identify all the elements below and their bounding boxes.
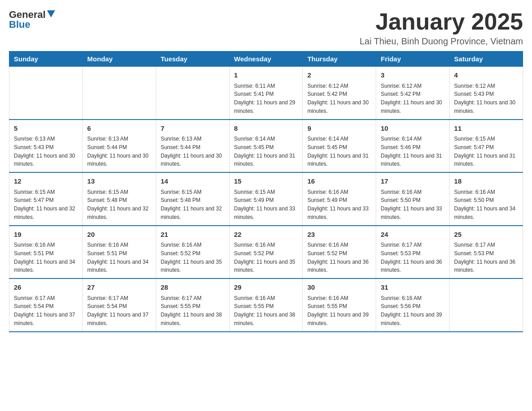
day-info: Sunrise: 6:14 AMSunset: 5:45 PMDaylight:… bbox=[234, 136, 296, 167]
calendar-cell: 25Sunrise: 6:17 AMSunset: 5:53 PMDayligh… bbox=[450, 226, 523, 279]
calendar-table: SundayMondayTuesdayWednesdayThursdayFrid… bbox=[9, 51, 523, 332]
day-number: 18 bbox=[454, 176, 518, 187]
svg-marker-0 bbox=[47, 10, 55, 17]
day-info: Sunrise: 6:14 AMSunset: 5:45 PMDaylight:… bbox=[307, 136, 369, 167]
calendar-week-5: 26Sunrise: 6:17 AMSunset: 5:54 PMDayligh… bbox=[9, 278, 523, 332]
day-number: 13 bbox=[87, 176, 151, 187]
day-number: 19 bbox=[14, 230, 78, 240]
day-info: Sunrise: 6:15 AMSunset: 5:47 PMDaylight:… bbox=[14, 189, 75, 220]
calendar-cell bbox=[82, 67, 156, 120]
day-number: 17 bbox=[381, 176, 445, 187]
day-number: 15 bbox=[234, 176, 298, 187]
calendar-cell: 7Sunrise: 6:13 AMSunset: 5:44 PMDaylight… bbox=[156, 120, 229, 173]
calendar-cell: 29Sunrise: 6:16 AMSunset: 5:55 PMDayligh… bbox=[229, 278, 303, 332]
day-number: 21 bbox=[161, 230, 225, 240]
day-number: 25 bbox=[454, 230, 518, 240]
calendar-cell: 1Sunrise: 6:11 AMSunset: 5:41 PMDaylight… bbox=[229, 67, 303, 120]
calendar-week-3: 12Sunrise: 6:15 AMSunset: 5:47 PMDayligh… bbox=[9, 172, 523, 226]
day-number: 7 bbox=[161, 124, 225, 134]
day-info: Sunrise: 6:17 AMSunset: 5:53 PMDaylight:… bbox=[454, 242, 515, 273]
header-cell-wednesday: Wednesday bbox=[229, 51, 303, 67]
calendar-cell: 19Sunrise: 6:16 AMSunset: 5:51 PMDayligh… bbox=[9, 226, 83, 279]
day-number: 6 bbox=[87, 124, 151, 134]
day-info: Sunrise: 6:14 AMSunset: 5:46 PMDaylight:… bbox=[381, 136, 442, 167]
calendar-cell: 2Sunrise: 6:12 AMSunset: 5:42 PMDaylight… bbox=[303, 67, 376, 120]
calendar-cell: 10Sunrise: 6:14 AMSunset: 5:46 PMDayligh… bbox=[376, 120, 450, 173]
day-number: 24 bbox=[381, 230, 445, 240]
calendar-cell bbox=[450, 278, 523, 332]
day-number: 22 bbox=[234, 230, 298, 240]
calendar-cell: 27Sunrise: 6:17 AMSunset: 5:54 PMDayligh… bbox=[82, 278, 156, 332]
day-info: Sunrise: 6:13 AMSunset: 5:44 PMDaylight:… bbox=[161, 136, 222, 167]
day-info: Sunrise: 6:16 AMSunset: 5:52 PMDaylight:… bbox=[234, 242, 296, 273]
day-number: 12 bbox=[14, 176, 78, 187]
calendar-cell: 22Sunrise: 6:16 AMSunset: 5:52 PMDayligh… bbox=[229, 226, 303, 279]
day-info: Sunrise: 6:16 AMSunset: 5:50 PMDaylight:… bbox=[381, 189, 442, 220]
day-number: 10 bbox=[381, 124, 445, 134]
day-number: 14 bbox=[161, 176, 225, 187]
calendar-cell: 5Sunrise: 6:13 AMSunset: 5:43 PMDaylight… bbox=[9, 120, 83, 173]
day-info: Sunrise: 6:12 AMSunset: 5:43 PMDaylight:… bbox=[454, 83, 515, 114]
day-info: Sunrise: 6:17 AMSunset: 5:54 PMDaylight:… bbox=[87, 295, 149, 326]
day-number: 4 bbox=[454, 70, 518, 81]
calendar-cell: 24Sunrise: 6:17 AMSunset: 5:53 PMDayligh… bbox=[376, 226, 450, 279]
header-cell-thursday: Thursday bbox=[303, 51, 376, 67]
day-info: Sunrise: 6:16 AMSunset: 5:52 PMDaylight:… bbox=[307, 242, 369, 273]
day-info: Sunrise: 6:16 AMSunset: 5:49 PMDaylight:… bbox=[307, 189, 369, 220]
day-number: 8 bbox=[234, 124, 298, 134]
logo-arrow-icon bbox=[47, 10, 55, 18]
calendar-cell: 8Sunrise: 6:14 AMSunset: 5:45 PMDaylight… bbox=[229, 120, 303, 173]
calendar-week-4: 19Sunrise: 6:16 AMSunset: 5:51 PMDayligh… bbox=[9, 226, 523, 279]
calendar-cell bbox=[156, 67, 229, 120]
calendar-cell: 18Sunrise: 6:16 AMSunset: 5:50 PMDayligh… bbox=[450, 172, 523, 226]
calendar-cell: 9Sunrise: 6:14 AMSunset: 5:45 PMDaylight… bbox=[303, 120, 376, 173]
day-info: Sunrise: 6:15 AMSunset: 5:49 PMDaylight:… bbox=[234, 189, 296, 220]
day-number: 31 bbox=[381, 283, 445, 293]
header-cell-sunday: Sunday bbox=[9, 51, 83, 67]
day-number: 11 bbox=[454, 124, 518, 134]
day-number: 9 bbox=[307, 124, 371, 134]
calendar-cell: 28Sunrise: 6:17 AMSunset: 5:55 PMDayligh… bbox=[156, 278, 229, 332]
calendar-body: 1Sunrise: 6:11 AMSunset: 5:41 PMDaylight… bbox=[9, 67, 523, 332]
calendar-cell: 26Sunrise: 6:17 AMSunset: 5:54 PMDayligh… bbox=[9, 278, 83, 332]
calendar-cell: 15Sunrise: 6:15 AMSunset: 5:49 PMDayligh… bbox=[229, 172, 303, 226]
day-number: 2 bbox=[307, 70, 371, 81]
calendar-cell: 21Sunrise: 6:16 AMSunset: 5:52 PMDayligh… bbox=[156, 226, 229, 279]
day-info: Sunrise: 6:16 AMSunset: 5:52 PMDaylight:… bbox=[161, 242, 222, 273]
page-header: General Blue January 2025 Lai Thieu, Bin… bbox=[9, 9, 523, 47]
day-info: Sunrise: 6:11 AMSunset: 5:41 PMDaylight:… bbox=[234, 83, 296, 114]
calendar-cell: 14Sunrise: 6:15 AMSunset: 5:48 PMDayligh… bbox=[156, 172, 229, 226]
day-number: 28 bbox=[161, 283, 225, 293]
subtitle: Lai Thieu, Binh Duong Province, Vietnam bbox=[360, 36, 523, 47]
calendar-week-2: 5Sunrise: 6:13 AMSunset: 5:43 PMDaylight… bbox=[9, 120, 523, 173]
calendar-cell: 6Sunrise: 6:13 AMSunset: 5:44 PMDaylight… bbox=[82, 120, 156, 173]
day-number: 23 bbox=[307, 230, 371, 240]
calendar-cell bbox=[9, 67, 83, 120]
day-number: 3 bbox=[381, 70, 445, 81]
calendar-cell: 13Sunrise: 6:15 AMSunset: 5:48 PMDayligh… bbox=[82, 172, 156, 226]
day-info: Sunrise: 6:17 AMSunset: 5:53 PMDaylight:… bbox=[381, 242, 442, 273]
day-number: 30 bbox=[307, 283, 371, 293]
calendar-cell: 11Sunrise: 6:15 AMSunset: 5:47 PMDayligh… bbox=[450, 120, 523, 173]
day-number: 26 bbox=[14, 283, 78, 293]
day-info: Sunrise: 6:16 AMSunset: 5:51 PMDaylight:… bbox=[87, 242, 149, 273]
calendar-week-1: 1Sunrise: 6:11 AMSunset: 5:41 PMDaylight… bbox=[9, 67, 523, 120]
day-info: Sunrise: 6:13 AMSunset: 5:44 PMDaylight:… bbox=[87, 136, 149, 167]
calendar-cell: 17Sunrise: 6:16 AMSunset: 5:50 PMDayligh… bbox=[376, 172, 450, 226]
day-number: 5 bbox=[14, 124, 78, 134]
header-row: SundayMondayTuesdayWednesdayThursdayFrid… bbox=[9, 51, 523, 67]
logo: General Blue bbox=[9, 9, 55, 30]
header-cell-tuesday: Tuesday bbox=[156, 51, 229, 67]
title-block: January 2025 Lai Thieu, Binh Duong Provi… bbox=[360, 9, 523, 47]
calendar-cell: 3Sunrise: 6:12 AMSunset: 5:42 PMDaylight… bbox=[376, 67, 450, 120]
calendar-cell: 31Sunrise: 6:16 AMSunset: 5:56 PMDayligh… bbox=[376, 278, 450, 332]
day-number: 1 bbox=[234, 70, 298, 81]
day-info: Sunrise: 6:12 AMSunset: 5:42 PMDaylight:… bbox=[381, 83, 442, 114]
calendar-cell: 23Sunrise: 6:16 AMSunset: 5:52 PMDayligh… bbox=[303, 226, 376, 279]
day-info: Sunrise: 6:17 AMSunset: 5:54 PMDaylight:… bbox=[14, 295, 75, 326]
day-info: Sunrise: 6:12 AMSunset: 5:42 PMDaylight:… bbox=[307, 83, 369, 114]
day-number: 27 bbox=[87, 283, 151, 293]
calendar-cell: 4Sunrise: 6:12 AMSunset: 5:43 PMDaylight… bbox=[450, 67, 523, 120]
day-number: 16 bbox=[307, 176, 371, 187]
calendar-cell: 30Sunrise: 6:16 AMSunset: 5:55 PMDayligh… bbox=[303, 278, 376, 332]
